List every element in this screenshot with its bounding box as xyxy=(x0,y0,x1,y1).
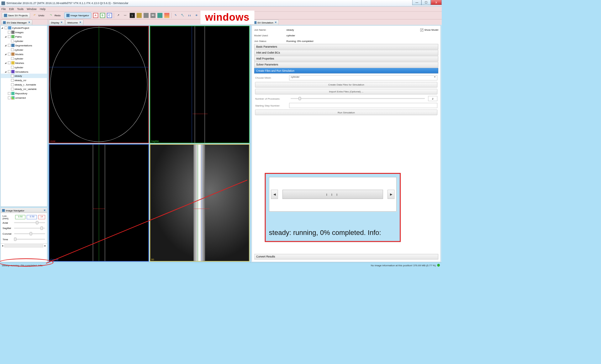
status-bar: steady: running, 0% completed. Info: No … xyxy=(0,263,442,268)
tree-meshes[interactable]: Meshes xyxy=(15,61,24,64)
viewport-coronal[interactable]: Coronal xyxy=(49,144,149,262)
model-used-label: Model Used: xyxy=(254,34,284,37)
loc-input-3[interactable]: 14 xyxy=(38,215,45,219)
annotation-label: windows xyxy=(200,11,254,24)
axial-view-toggle[interactable]: A xyxy=(93,13,98,18)
loc-input-2[interactable]: -0.50 xyxy=(27,215,37,219)
tree-models[interactable]: Models xyxy=(15,53,24,55)
run-simulation-button[interactable]: Run Simulation xyxy=(255,110,437,115)
tool-icon-11[interactable]: ⫾⫾ xyxy=(187,13,192,18)
time-slider[interactable] xyxy=(14,239,45,240)
close-button[interactable]: X xyxy=(431,0,442,5)
sagittal-slider[interactable] xyxy=(14,228,45,229)
tool-icon-8[interactable] xyxy=(164,13,169,18)
choose-mesh-label: Choose Mesh: xyxy=(255,76,287,79)
acc-solver-parameters[interactable]: Solver Parameters xyxy=(254,62,438,68)
tree-paths[interactable]: Paths xyxy=(15,35,22,38)
import-extra-files-button[interactable]: Import Extra Files (Optional) ... xyxy=(255,89,437,95)
tool-icon-2[interactable]: 〰 xyxy=(123,13,128,18)
axial-slider[interactable] xyxy=(14,222,45,223)
coronal-slider[interactable] xyxy=(14,233,45,234)
close-icon[interactable]: ✕ xyxy=(275,21,277,24)
image-navigator-toggle[interactable]: Image Navigator xyxy=(64,12,91,18)
show-model-checkbox[interactable] xyxy=(420,29,424,32)
coronal-view-toggle[interactable]: C xyxy=(107,13,112,18)
tree-item[interactable]: steady_rcr xyxy=(14,79,26,82)
project-tree[interactable]: ◢CylinderProject Images ◢Paths cylinder … xyxy=(0,25,47,207)
view-label: 3D xyxy=(151,258,154,261)
create-data-files-button[interactable]: Create Data Files for Simulation xyxy=(255,82,437,88)
tool-icon-10[interactable]: 🔧 xyxy=(180,13,185,18)
images-icon xyxy=(11,30,14,34)
menu-tools[interactable]: Tools xyxy=(17,7,24,10)
tree-segmentations[interactable]: Segmentations xyxy=(15,44,32,47)
save-projects-button[interactable]: Save SV Projects xyxy=(2,12,30,18)
viewport-3d[interactable]: 3D xyxy=(150,144,250,262)
starting-step-input[interactable] xyxy=(289,103,437,108)
tree-item[interactable]: cylinder xyxy=(14,66,23,69)
tool-icon-9[interactable]: ✎ xyxy=(173,13,178,18)
loc-label: Loc. (mm) xyxy=(3,214,14,220)
tab-display[interactable]: Display✕ xyxy=(49,20,65,25)
tree-project[interactable]: CylinderProject xyxy=(12,26,29,29)
tool-icon-12[interactable]: 👁 xyxy=(194,13,199,18)
num-processes-spin[interactable]: 2 xyxy=(428,96,437,101)
tool-icon-3[interactable]: 1 xyxy=(130,13,135,18)
repository-icon xyxy=(11,92,14,95)
nav-scrollbar[interactable]: ◂▸ xyxy=(1,243,47,248)
tool-icon-5[interactable] xyxy=(144,13,149,18)
paths-icon xyxy=(11,35,14,38)
undo-button[interactable]: ↶ Undo xyxy=(32,12,46,18)
job-name-value: steady xyxy=(287,29,294,31)
tree-sim-steady[interactable]: steady xyxy=(14,75,22,77)
progress-prev-button[interactable]: ◂ xyxy=(271,190,278,199)
tab-welcome[interactable]: Welcome✕ xyxy=(65,20,83,25)
loc-input-1[interactable]: 0.50 xyxy=(15,215,25,219)
minimize-button[interactable]: — xyxy=(412,0,421,5)
tree-item[interactable]: steady_rcr_variable xyxy=(14,88,37,91)
tree-images[interactable]: Images xyxy=(15,31,24,34)
redo-button[interactable]: ↷ Redo xyxy=(48,12,62,18)
tree-unnamed[interactable]: unnamed xyxy=(15,96,26,99)
num-processes-slider[interactable] xyxy=(291,98,425,99)
progress-next-button[interactable]: ▸ xyxy=(387,190,394,199)
simulation-icon xyxy=(254,21,256,24)
maximize-button[interactable]: ☐ xyxy=(421,0,430,5)
menu-help[interactable]: Help xyxy=(40,7,45,10)
acc-create-run[interactable]: Create Files and Run Simulation xyxy=(254,68,438,74)
close-icon[interactable]: ✕ xyxy=(28,21,30,24)
tool-icon-1[interactable]: ↗ xyxy=(116,13,121,18)
viewport-sagittal[interactable]: Sagittal xyxy=(150,26,250,143)
tree-item[interactable]: cylinder xyxy=(14,39,23,42)
show-model-label: Show Model xyxy=(424,29,438,31)
time-label: Time xyxy=(3,238,13,241)
tree-simulations[interactable]: Simulations xyxy=(15,70,29,73)
title-bar: SimVascular 2019.01.27 (MITK 2016.11.99-… xyxy=(0,0,442,7)
acc-inlet-outlet-bcs[interactable]: Inlet and Outlet BCs xyxy=(254,50,438,55)
tree-item[interactable]: cylinder xyxy=(14,57,23,60)
tab-sv-data-manager[interactable]: SV Data Manager✕ xyxy=(1,20,32,25)
menu-window[interactable]: Window xyxy=(27,7,36,10)
viewport-axial[interactable]: Axial xyxy=(49,26,149,143)
window-title: SimVascular 2019.01.27 (MITK 2016.11.99-… xyxy=(7,2,129,5)
choose-mesh-dropdown[interactable]: cylinder xyxy=(289,75,437,80)
tool-icon-7[interactable] xyxy=(157,13,162,18)
tree-repository[interactable]: Repository xyxy=(15,92,28,95)
job-name-label: Job Name: xyxy=(254,29,284,31)
tool-icon-4[interactable] xyxy=(137,13,142,18)
menu-file[interactable]: File xyxy=(1,7,6,10)
close-icon[interactable]: ✕ xyxy=(61,21,63,24)
sagittal-view-toggle[interactable]: S xyxy=(100,13,105,18)
num-processes-label: Number of Processes: xyxy=(255,97,287,100)
menu-edit[interactable]: Edit xyxy=(9,7,14,10)
status-right: No image information at this position! 3… xyxy=(371,264,436,267)
acc-wall-properties[interactable]: Wall Properties xyxy=(254,56,438,62)
tree-item[interactable]: steady_r...formable xyxy=(14,83,36,86)
tree-item[interactable]: cylinder xyxy=(14,48,23,51)
acc-basic-parameters[interactable]: Basic Parameters xyxy=(254,44,438,49)
close-icon[interactable]: ✕ xyxy=(79,21,82,24)
tab-sv-simulation[interactable]: SV Simulation✕ xyxy=(252,20,279,25)
acc-convert-results[interactable]: Convert Results xyxy=(254,254,438,260)
close-icon[interactable]: ✕ xyxy=(44,209,46,212)
tool-icon-6[interactable]: 3D xyxy=(150,13,156,18)
